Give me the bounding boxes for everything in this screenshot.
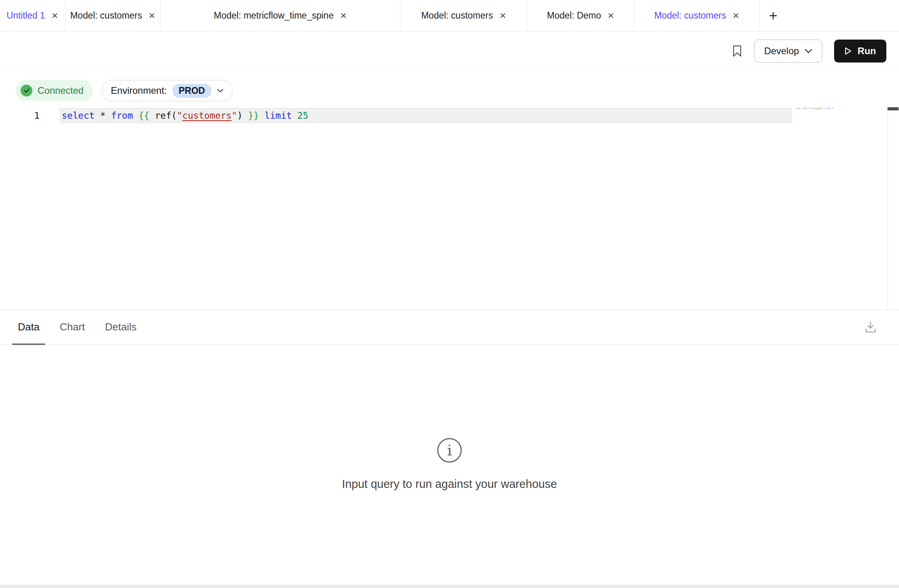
tab-model-customers[interactable]: Model: customers✕: [65, 0, 161, 31]
tab-model-metricflow-time-spine[interactable]: Model: metricflow_time_spine✕: [161, 0, 400, 31]
environment-label: Environment:: [111, 85, 167, 96]
code-token: from: [803, 108, 807, 109]
tab-label: Model: customers: [70, 10, 142, 21]
tab-close-icon[interactable]: ✕: [732, 11, 740, 20]
tab-label: Model: Demo: [547, 10, 601, 21]
code-token: {{: [138, 110, 155, 121]
code-editor[interactable]: 1 select * from {{ ref("customers") }} l…: [0, 104, 899, 309]
results-panel: DataChartDetails i Input query to run ag…: [0, 309, 899, 585]
results-tab-details[interactable]: Details: [105, 310, 137, 344]
toolbar: Develop Run: [0, 32, 899, 70]
code-token: ): [237, 110, 248, 121]
tab-close-icon[interactable]: ✕: [499, 11, 506, 20]
results-tabs: DataChartDetails: [18, 310, 157, 344]
tab-close-icon[interactable]: ✕: [148, 11, 156, 20]
chevron-down-icon: [217, 89, 224, 93]
code-token: limit: [264, 110, 297, 121]
tab-label: Model: customers: [421, 10, 493, 21]
code-token: }}: [248, 110, 265, 121]
play-icon: [844, 47, 852, 55]
code-token: select: [795, 108, 801, 109]
status-row: Connected Environment: PROD: [16, 80, 233, 101]
code-token: ref(: [810, 108, 813, 109]
bookmark-icon[interactable]: [732, 45, 742, 57]
editor-scrollbar-track[interactable]: [888, 107, 888, 309]
connection-status-label: Connected: [38, 85, 83, 96]
code-token: ": [177, 110, 182, 121]
empty-state: i Input query to run against your wareho…: [0, 438, 899, 491]
code-token: customers: [814, 108, 821, 109]
develop-button-label: Develop: [764, 46, 799, 57]
tab-label: Model: customers: [654, 10, 726, 21]
info-icon: i: [437, 438, 462, 463]
tab-close-icon[interactable]: ✕: [51, 11, 59, 20]
tab-label: Untitled 1: [7, 10, 45, 21]
code-token: *: [100, 110, 111, 121]
code-token: 25: [298, 110, 309, 121]
new-tab-button[interactable]: +: [760, 0, 787, 31]
tab-model-customers[interactable]: Model: customers✕: [634, 0, 760, 31]
code-token: 25: [832, 108, 833, 109]
bottom-statusbar: [0, 585, 899, 588]
chevron-down-icon: [804, 49, 812, 53]
code-token: from: [111, 110, 138, 121]
tab-label: Model: metricflow_time_spine: [214, 10, 334, 21]
tab-model-demo[interactable]: Model: Demo✕: [527, 0, 634, 31]
tab-untitled-1[interactable]: Untitled 1✕: [0, 0, 65, 31]
environment-selector[interactable]: Environment: PROD: [102, 80, 233, 101]
code-token: customers: [182, 110, 232, 121]
editor-scrollbar-thumb[interactable]: [888, 107, 899, 110]
code-token: ref(: [155, 110, 176, 121]
code-line[interactable]: select * from {{ ref("customers") }} lim…: [62, 108, 308, 123]
code-token: limit: [827, 108, 832, 109]
line-number: 1: [0, 108, 40, 123]
tabs-container: Untitled 1✕Model: customers✕Model: metri…: [0, 0, 760, 31]
code-token: ": [231, 110, 237, 121]
download-icon[interactable]: [864, 320, 877, 334]
results-tab-data[interactable]: Data: [18, 310, 40, 344]
run-button-label: Run: [857, 46, 876, 57]
results-tab-chart[interactable]: Chart: [60, 310, 85, 344]
tab-close-icon[interactable]: ✕: [607, 11, 615, 20]
develop-button[interactable]: Develop: [754, 40, 822, 63]
tab-close-icon[interactable]: ✕: [340, 11, 347, 20]
tab-model-customers[interactable]: Model: customers✕: [400, 0, 527, 31]
empty-state-message: Input query to run against your warehous…: [0, 478, 899, 491]
connection-status-badge: Connected: [16, 80, 93, 101]
run-button[interactable]: Run: [834, 40, 886, 63]
tab-bar: Untitled 1✕Model: customers✕Model: metri…: [0, 0, 899, 32]
check-icon: [21, 85, 32, 97]
code-token: select: [62, 110, 100, 121]
environment-value-badge: PROD: [173, 84, 211, 98]
results-tab-bar: DataChartDetails: [0, 310, 899, 345]
minimap[interactable]: select * from {{ ref("customers") }} lim…: [795, 107, 834, 110]
